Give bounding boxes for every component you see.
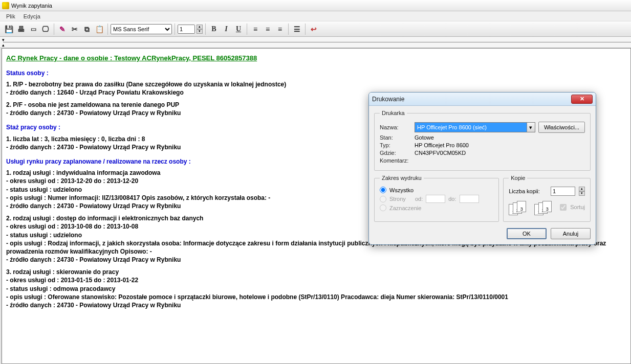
ok-button[interactable]: OK bbox=[507, 228, 547, 239]
printer-name-value: HP Officejet Pro 8600 (sieć) bbox=[417, 124, 487, 130]
align-center-button[interactable]: ≡ bbox=[262, 24, 273, 35]
printer-name-combo[interactable]: HP Officejet Pro 8600 (sieć) ▾ bbox=[415, 122, 535, 132]
text-line: 3. rodzaj usługi : skierowanie do pracy bbox=[6, 268, 626, 276]
state-value: Gotowe bbox=[415, 134, 434, 141]
print-dialog: Drukowanie ✕ Drukarka Nazwa: HP Officeje… bbox=[368, 92, 596, 245]
cancel-button[interactable]: Anuluj bbox=[551, 228, 591, 239]
bullets-button[interactable]: ☰ bbox=[291, 24, 302, 35]
font-size-spinner[interactable]: ▴▾ bbox=[197, 25, 203, 34]
printer-name-label: Nazwa: bbox=[380, 124, 411, 130]
print-icon[interactable]: 🖶 bbox=[15, 24, 27, 35]
bold-button[interactable]: B bbox=[208, 24, 220, 35]
collate-icon: 123 123 bbox=[509, 201, 554, 216]
range-from-input bbox=[426, 195, 445, 203]
separator bbox=[247, 24, 247, 35]
exit-icon[interactable]: ↩ bbox=[308, 24, 319, 35]
range-pages-label: Strony bbox=[389, 196, 406, 202]
state-label: Stan: bbox=[380, 134, 411, 141]
chevron-down-icon[interactable]: ▾ bbox=[527, 123, 535, 132]
separator bbox=[107, 24, 108, 35]
align-right-button[interactable]: ≡ bbox=[274, 24, 286, 35]
doc-title: AC Rynek Pracy - dane o osobie : Testowy… bbox=[6, 54, 626, 63]
section-status: Status osoby : bbox=[6, 69, 626, 77]
printer-legend: Drukarka bbox=[380, 110, 407, 116]
copies-label: Liczba kopii: bbox=[509, 188, 548, 194]
collate-label: Sortuj bbox=[570, 204, 585, 210]
where-label: Gdzie: bbox=[380, 150, 411, 156]
font-size-input[interactable] bbox=[178, 25, 195, 34]
menu-edit[interactable]: Edycja bbox=[19, 12, 45, 20]
range-pages-radio bbox=[380, 196, 386, 202]
separator bbox=[305, 24, 306, 35]
font-select[interactable]: MS Sans Serif bbox=[111, 24, 172, 34]
italic-button[interactable]: I bbox=[221, 24, 232, 35]
range-selection-radio bbox=[380, 204, 386, 211]
range-group: Zakres wydruku Wszystko Strony od: do: Z… bbox=[374, 175, 499, 222]
text-line: - źródło danych : 24730 - Powiatowy Urzą… bbox=[6, 301, 626, 309]
toolbar: 💾 🖶 ▭ 🖵 ✎ ✂ ⧉ 📋 MS Sans Serif ▴▾ B I U ≡… bbox=[0, 21, 631, 37]
text-line: - status usługi : odmowa pracodawcy bbox=[6, 285, 626, 293]
where-value: CN43PFV0CM05KD bbox=[415, 150, 466, 156]
menubar: Plik Edycja bbox=[0, 11, 631, 21]
separator bbox=[175, 24, 175, 35]
underline-button[interactable]: U bbox=[233, 24, 244, 35]
copies-legend: Kopie bbox=[509, 175, 527, 181]
dialog-titlebar[interactable]: Drukowanie ✕ bbox=[369, 93, 596, 106]
comment-label: Komentarz: bbox=[380, 157, 411, 164]
align-left-button[interactable]: ≡ bbox=[250, 24, 261, 35]
copies-input[interactable] bbox=[551, 187, 575, 196]
app-icon bbox=[2, 2, 9, 9]
type-label: Typ: bbox=[380, 142, 411, 148]
type-value: HP Officejet Pro 8600 bbox=[415, 142, 469, 148]
monitor-icon[interactable]: 🖵 bbox=[40, 24, 51, 35]
range-all-radio[interactable] bbox=[380, 187, 386, 193]
window-titlebar: Wynik zapytania bbox=[0, 0, 631, 11]
separator bbox=[54, 24, 54, 35]
copy-icon[interactable]: ⧉ bbox=[81, 24, 93, 35]
range-to-input bbox=[460, 195, 479, 203]
range-from-label: od: bbox=[415, 196, 423, 202]
text-line: 1. R/P - bezrobotny bez prawa do zasiłku… bbox=[6, 80, 626, 88]
text-line: - okres usługi od : 2013-01-15 do : 2013… bbox=[6, 276, 626, 284]
separator bbox=[205, 24, 206, 35]
menu-file[interactable]: Plik bbox=[2, 12, 19, 20]
range-legend: Zakres wydruku bbox=[380, 175, 424, 181]
text-line: - źródło danych : 24730 - Powiatowy Urzą… bbox=[6, 256, 626, 264]
range-all-label: Wszystko bbox=[389, 187, 414, 193]
save-icon[interactable]: 💾 bbox=[3, 24, 14, 35]
properties-button[interactable]: Właściwości... bbox=[538, 122, 585, 133]
text-line: - opis usługi : Oferowane stanowisko: Po… bbox=[6, 293, 626, 301]
ruler[interactable]: ▾ ▴ bbox=[0, 37, 631, 48]
close-button[interactable]: ✕ bbox=[571, 95, 593, 104]
range-selection-label: Zaznaczenie bbox=[389, 205, 421, 211]
copies-spinner[interactable]: ▴▾ bbox=[579, 187, 585, 196]
range-to-label: do: bbox=[448, 196, 456, 202]
printer-group: Drukarka Nazwa: HP Officejet Pro 8600 (s… bbox=[374, 110, 591, 171]
dialog-title: Drukowanie bbox=[372, 96, 571, 103]
page-icon[interactable]: ▭ bbox=[28, 24, 39, 35]
separator bbox=[288, 24, 289, 35]
copies-group: Kopie Liczba kopii: ▴▾ 123 123 Sortuj bbox=[503, 175, 591, 222]
collate-checkbox bbox=[560, 204, 567, 211]
window-title: Wynik zapytania bbox=[11, 3, 52, 9]
cut-icon[interactable]: ✂ bbox=[69, 24, 80, 35]
paste-icon[interactable]: 📋 bbox=[94, 24, 105, 35]
pencil-icon[interactable]: ✎ bbox=[57, 24, 68, 35]
